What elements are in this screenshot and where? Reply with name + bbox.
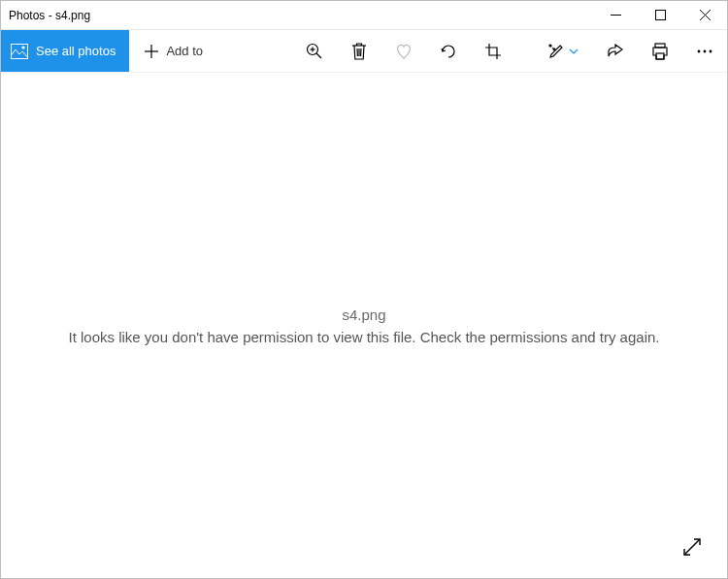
add-to-button[interactable]: Add to <box>129 30 218 72</box>
plus-icon <box>145 45 158 58</box>
zoom-icon <box>306 43 323 60</box>
print-icon <box>651 43 669 60</box>
more-icon <box>697 49 712 53</box>
trash-icon <box>351 43 367 60</box>
window-title: Photos - s4.png <box>1 9 90 22</box>
crop-button[interactable] <box>471 30 515 72</box>
more-options-button[interactable] <box>682 30 727 72</box>
maximize-icon <box>655 10 666 20</box>
close-icon <box>700 10 711 20</box>
zoom-button[interactable] <box>292 30 337 72</box>
svg-line-23 <box>684 539 700 555</box>
content-area: s4.png It looks like you don't have perm… <box>1 73 727 578</box>
svg-point-22 <box>710 49 712 52</box>
rotate-icon <box>440 43 457 60</box>
svg-line-9 <box>316 53 321 58</box>
chevron-down-icon <box>569 48 579 55</box>
fullscreen-icon <box>683 538 701 556</box>
svg-point-17 <box>553 48 555 50</box>
add-to-label: Add to <box>166 44 203 58</box>
window-controls <box>593 1 727 29</box>
minimize-button[interactable] <box>593 1 638 29</box>
error-message: It looks like you don't have permission … <box>40 329 689 345</box>
svg-point-5 <box>21 46 24 48</box>
fullscreen-button[interactable] <box>678 533 706 561</box>
svg-rect-19 <box>656 53 664 59</box>
see-all-photos-label: See all photos <box>36 44 116 58</box>
toolbar-icon-group <box>292 30 727 72</box>
favorite-button[interactable] <box>381 30 426 72</box>
toolbar-spacer <box>218 30 292 72</box>
toolbar: See all photos Add to <box>1 30 727 73</box>
see-all-photos-button[interactable]: See all photos <box>1 30 129 72</box>
svg-point-20 <box>698 49 701 52</box>
edit-menu-button[interactable] <box>533 30 593 72</box>
close-button[interactable] <box>682 1 727 29</box>
photos-icon <box>11 44 28 59</box>
error-filename: s4.png <box>342 306 385 323</box>
heart-icon <box>395 44 413 59</box>
titlebar: Photos - s4.png <box>1 1 727 30</box>
share-icon <box>606 44 625 59</box>
svg-point-21 <box>704 49 707 52</box>
edit-icon <box>547 43 565 60</box>
rotate-button[interactable] <box>426 30 471 72</box>
crop-icon <box>484 43 502 60</box>
minimize-icon <box>611 10 621 20</box>
maximize-button[interactable] <box>638 1 682 29</box>
share-button[interactable] <box>593 30 638 72</box>
svg-rect-1 <box>655 11 665 20</box>
delete-button[interactable] <box>337 30 381 72</box>
print-button[interactable] <box>638 30 682 72</box>
